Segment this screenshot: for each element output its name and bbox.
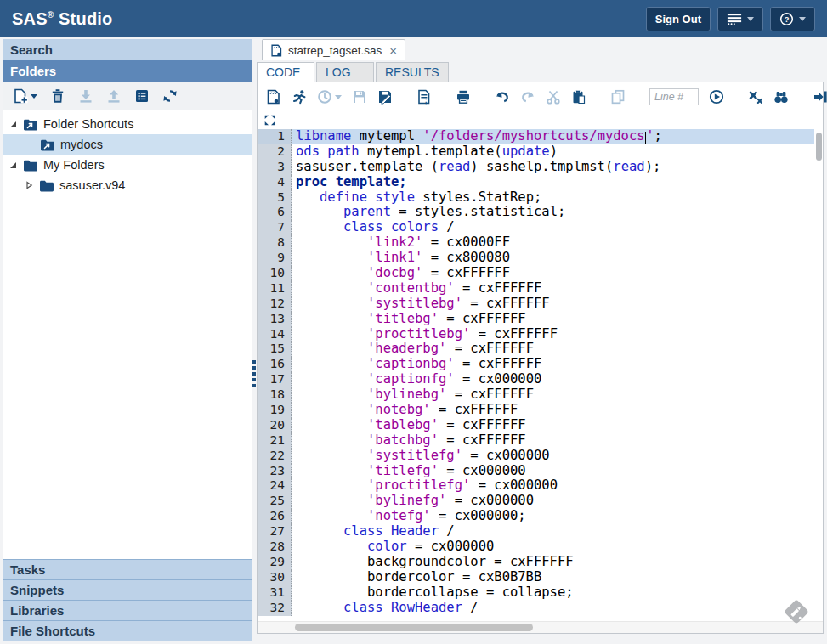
- maximize-view-button[interactable]: [263, 114, 276, 127]
- navigation-pane: Search Folders: [3, 39, 252, 641]
- line-number: 17: [258, 372, 292, 387]
- tab-title: statrep_tagset.sas: [288, 44, 382, 57]
- program-summary-button[interactable]: ;: [416, 89, 432, 105]
- code-line[interactable]: 25 'bylinefg' = cx000000: [258, 494, 814, 509]
- section-libraries[interactable]: Libraries: [3, 601, 252, 620]
- tree-item-sasuser-v94[interactable]: sasuser.v94: [3, 175, 252, 195]
- code-line[interactable]: 1libname mytempl '/folders/myshortcuts/m…: [258, 129, 814, 144]
- section-file-shortcuts[interactable]: File Shortcuts: [3, 621, 252, 641]
- new-program-button[interactable]: [266, 89, 281, 105]
- vertical-scrollbar[interactable]: [815, 130, 822, 620]
- new-item-button[interactable]: [13, 88, 37, 104]
- code-panel: ;: [257, 82, 824, 634]
- tab-code[interactable]: CODE: [257, 62, 314, 82]
- code-line[interactable]: 5 define style styles.StatRep;: [258, 190, 814, 206]
- section-tasks[interactable]: Tasks: [3, 560, 252, 579]
- line-number: 28: [258, 539, 292, 555]
- close-tab-icon[interactable]: ×: [389, 44, 397, 57]
- code-line[interactable]: 30 bordercolor = cxB0B7BB: [258, 570, 814, 585]
- copy-button[interactable]: [610, 89, 626, 105]
- code-line[interactable]: 28 color = cx000000: [258, 539, 814, 555]
- code-line[interactable]: 10 'docbg' = cxFFFFFF: [258, 266, 814, 281]
- code-line[interactable]: 3sasuser.template (read) sashelp.tmplmst…: [258, 160, 814, 175]
- save-button[interactable]: [352, 89, 367, 105]
- code-line[interactable]: 19 'notebg' = cxFFFFFF: [258, 403, 814, 418]
- code-line[interactable]: 9 'link1' = cx800080: [258, 251, 814, 266]
- clear-code-button[interactable]: [748, 89, 763, 105]
- code-line[interactable]: 18 'bylinebg' = cxFFFFFF: [258, 387, 814, 403]
- properties-button[interactable]: [134, 88, 150, 104]
- code-line[interactable]: 26 'notefg' = cx000000;: [258, 509, 814, 524]
- code-line[interactable]: 7 class colors /: [258, 220, 814, 235]
- upload-button[interactable]: [106, 88, 122, 104]
- help-button[interactable]: ?: [770, 7, 815, 31]
- code-line[interactable]: 24 'proctitlefg' = cx000000: [258, 478, 814, 494]
- pane-splitter-handle[interactable]: [251, 360, 257, 387]
- folder-icon: [23, 159, 38, 172]
- delete-button[interactable]: [50, 88, 65, 104]
- code-line[interactable]: 22 'systitlefg' = cx000000: [258, 449, 814, 464]
- collapse-arrow-icon[interactable]: [9, 161, 18, 169]
- refresh-icon: [162, 88, 178, 104]
- line-number: 9: [258, 251, 292, 266]
- line-number: 2: [258, 144, 292, 160]
- code-line[interactable]: 23 'titlefg' = cx000000: [258, 464, 814, 479]
- code-line[interactable]: 29 backgroundcolor = cxFFFFFF: [258, 555, 814, 570]
- line-number: 22: [258, 449, 292, 464]
- code-line[interactable]: 8 'link2' = cx0000FF: [258, 235, 814, 251]
- svg-text:?: ?: [785, 15, 790, 24]
- horizontal-scrollbar[interactable]: [258, 621, 823, 633]
- expand-arrow-icon[interactable]: [25, 181, 34, 189]
- download-button[interactable]: [78, 88, 93, 104]
- section-search[interactable]: Search: [3, 39, 252, 60]
- paste-button[interactable]: [571, 89, 586, 105]
- section-snippets[interactable]: Snippets: [3, 580, 252, 600]
- redo-button[interactable]: [520, 89, 535, 105]
- sas-studio-window: SAS® Studio Sign Out ? Search Folders: [0, 0, 827, 644]
- collapse-arrow-icon[interactable]: [9, 121, 18, 128]
- submission-history-button[interactable]: [317, 89, 342, 105]
- application-menu-button[interactable]: [717, 7, 763, 31]
- code-line[interactable]: 27 class Header /: [258, 524, 814, 539]
- code-line[interactable]: 31 bordercollapse = collapse;: [258, 585, 814, 601]
- save-as-button[interactable]: [377, 89, 393, 105]
- run-button[interactable]: [292, 89, 307, 105]
- undo-button[interactable]: [495, 89, 510, 105]
- section-folders[interactable]: Folders: [3, 60, 252, 82]
- code-line[interactable]: 16 'captionbg' = cxFFFFFF: [258, 357, 814, 372]
- code-line[interactable]: 12 'systitlebg' = cxFFFFFF: [258, 297, 814, 312]
- chevron-down-icon: [335, 95, 342, 99]
- line-number: 24: [258, 478, 292, 494]
- tab-log[interactable]: LOG: [316, 62, 374, 82]
- code-editor[interactable]: 1libname mytempl '/folders/myshortcuts/m…: [258, 129, 823, 621]
- code-line[interactable]: 14 'proctitlebg' = cxFFFFFF: [258, 327, 814, 342]
- tab-results[interactable]: RESULTS: [376, 62, 449, 82]
- find-replace-button[interactable]: [773, 89, 789, 105]
- code-line[interactable]: 17 'captionfg' = cx000000: [258, 372, 814, 387]
- tree-item-my-folders[interactable]: My Folders: [3, 155, 252, 175]
- line-number-input[interactable]: [649, 88, 699, 105]
- cut-button[interactable]: [546, 89, 561, 105]
- go-to-line-button[interactable]: [709, 89, 724, 105]
- code-line[interactable]: 11 'contentbg' = cxFFFFFF: [258, 281, 814, 297]
- code-line[interactable]: 2ods path mytempl.template(update): [258, 144, 814, 160]
- code-line[interactable]: 21 'batchbg' = cxFFFFFF: [258, 433, 814, 449]
- code-line[interactable]: 32 class RowHeader /: [258, 601, 814, 616]
- sign-out-button[interactable]: Sign Out: [646, 7, 711, 31]
- code-line[interactable]: 6 parent = styles.statistical;: [258, 205, 814, 220]
- code-line[interactable]: 20 'tablebg' = cxFFFFFF: [258, 418, 814, 433]
- code-line[interactable]: 13 'titlebg' = cxFFFFFF: [258, 312, 814, 327]
- tree-item-folder-shortcuts[interactable]: Folder Shortcuts: [3, 114, 252, 134]
- enhance-editor-button[interactable]: [813, 89, 827, 105]
- print-button[interactable]: [456, 89, 471, 105]
- chevron-down-icon: [747, 17, 754, 21]
- vertical-scrollbar-thumb[interactable]: [816, 133, 822, 161]
- tab-statrep-tagset[interactable]: statrep_tagset.sas ×: [262, 39, 405, 60]
- line-number: 8: [258, 235, 292, 251]
- code-line[interactable]: 15 'headerbg' = cxFFFFFF: [258, 342, 814, 357]
- code-line[interactable]: 4proc template;: [258, 175, 814, 190]
- tree-item-label: mydocs: [60, 138, 103, 151]
- refresh-button[interactable]: [162, 88, 178, 104]
- tree-item-mydocs[interactable]: mydocs: [3, 134, 252, 155]
- horizontal-scrollbar-thumb[interactable]: [295, 624, 533, 631]
